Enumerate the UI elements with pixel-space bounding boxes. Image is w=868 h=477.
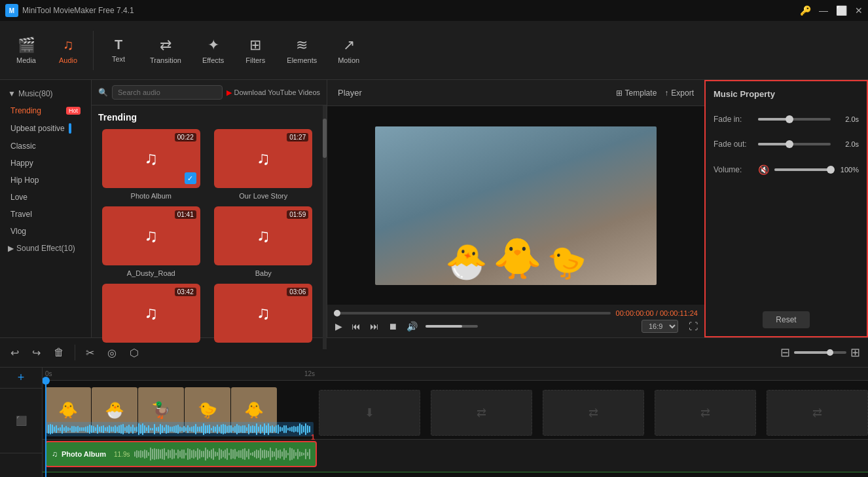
volume-label: Volume: [714,165,753,174]
waveform-bar [168,425,169,433]
volume-button[interactable]: 🔊 [405,320,419,333]
zoom-slider[interactable] [794,351,846,354]
waveform-bar [236,424,238,434]
fade-in-row: Fade in: 2.0s [714,112,859,126]
sidebar-item-happy[interactable]: Happy [0,155,91,172]
volume-prop-slider[interactable] [774,168,831,171]
fade-out-slider[interactable] [758,143,831,145]
fullscreen-button[interactable]: ⛶ [689,321,698,332]
toolbar-item-transition[interactable]: ⇄ Transition [141,33,190,68]
template-button[interactable]: ⊞ Template [616,88,657,98]
next-frame-button[interactable]: ⏭ [369,320,380,333]
toolbar-item-motion[interactable]: ↗ Motion [329,33,369,68]
reset-button[interactable]: Reset [763,311,809,328]
sidebar-item-travel[interactable]: Travel [0,206,91,223]
search-input[interactable] [112,85,223,100]
sidebar-item-vlog[interactable]: Vlog [0,223,91,240]
timeline-music-track: 1 ♫ Photo Album 11.9s const mwContainer … [43,440,868,472]
key-icon[interactable]: 🔑 [800,5,811,16]
toolbar-item-media[interactable]: 🎬 Media [7,33,46,68]
sidebar-item-upbeat[interactable]: Upbeat positive [0,119,91,138]
music-section-header[interactable]: ▼ Music(80) [0,85,91,102]
audio-duration-4: 01:59 [287,210,308,219]
fade-in-handle[interactable] [786,115,793,123]
happy-label: Happy [10,159,33,168]
volume-prop-handle[interactable] [827,166,835,174]
hiphop-label: Hip Hop [10,176,39,185]
music-clip[interactable]: ♫ Photo Album 11.9s const mwContainer = … [45,441,317,467]
empty-slot-1[interactable]: ⬇ [319,390,420,436]
waveform-bar [162,425,163,434]
sidebar-item-hiphop[interactable]: Hip Hop [0,172,91,189]
audio-grid: Trending ♫ 00:22 ✓ Photo Album [92,105,323,349]
music-wave-bar [287,453,289,456]
empty-slot-4[interactable]: ⇄ [655,390,756,436]
zoom-handle[interactable] [827,349,833,356]
toolbar-item-filters[interactable]: ⊞ Filters [236,33,275,68]
audio-thumb-2[interactable]: ♫ 01:27 [214,129,312,188]
music-wave-bar [166,452,167,457]
waveform-bar [128,425,130,434]
close-button[interactable]: ✕ [855,5,863,16]
zoom-out-button[interactable]: ⊟ [780,345,790,360]
maximize-button[interactable]: ⬜ [836,5,847,16]
fade-in-slider[interactable] [758,118,831,121]
music-wave-bar [260,448,261,461]
redo-button[interactable]: ↪ [29,344,43,362]
titlebar-controls[interactable]: 🔑 — ⬜ ✕ [800,5,863,16]
empty-slot-2[interactable]: ⇄ [431,390,532,436]
progress-handle[interactable] [334,310,340,316]
upbeat-label: Upbeat positive [10,124,65,133]
audio-thumb-3[interactable]: ♫ 01:41 [102,206,200,265]
waveform-bar [293,426,295,433]
prev-frame-button[interactable]: ⏮ [350,320,362,333]
music-wave-bar [289,448,291,461]
youtube-download[interactable]: ▶ Download YouTube Videos [226,88,321,97]
volume-slider[interactable] [425,325,478,328]
audio-icon: ♫ [63,37,74,54]
progress-bar[interactable] [334,312,611,315]
export-button[interactable]: ↑ Export [664,88,694,98]
minimize-button[interactable]: — [819,5,828,16]
template-label: Template [625,88,657,98]
music-wave-bar [299,451,300,456]
toolbar-item-audio[interactable]: ♫ Audio [48,33,88,68]
music-wave-bar [270,448,271,461]
empty-slot-5[interactable]: ⇄ [767,390,868,436]
waveform-bar [309,426,310,432]
toolbar-item-text[interactable]: T Text [99,33,138,67]
sidebar-item-trending[interactable]: Trending Hot [0,102,91,119]
toolbar-item-effects[interactable]: ✦ Effects [193,33,233,68]
sound-effects-section[interactable]: ▶ Sound Effect(10) [0,240,91,257]
stop-button[interactable]: ⏹ [387,320,399,333]
music-wave-bar [205,448,206,461]
timeline-music-track-btn[interactable]: ♫ [0,453,42,478]
delete-button[interactable]: 🗑 [51,344,67,361]
audio-thumb-1[interactable]: ♫ 00:22 ✓ [102,129,200,188]
timeline-add-button[interactable]: + [0,368,42,389]
timeline-playhead[interactable] [45,381,46,477]
audio-duration-2: 01:27 [287,133,308,142]
waveform-bar [183,426,185,432]
sidebar-item-classic[interactable]: Classic [0,138,91,155]
music-wave-bar [234,449,236,459]
zoom-in-button[interactable]: ⊞ [850,345,860,360]
audio-thumb-6[interactable]: ♫ 03:06 [214,284,312,343]
waveform-bar [185,427,187,430]
empty-slot-3[interactable]: ⇄ [543,390,644,436]
play-button[interactable]: ▶ [334,320,344,333]
toolbar-item-elements[interactable]: ≋ Elements [278,33,326,68]
sidebar-item-love[interactable]: Love [0,189,91,206]
timeline-video-track: 🐥 🐣 🦆 🐤 🐥 // Generate waveform bars inli… [43,381,868,440]
waveform-bar [209,425,210,434]
scrollbar[interactable] [323,105,327,349]
music-wave-bar [201,451,202,457]
scroll-thumb[interactable] [323,119,327,158]
aspect-ratio-select[interactable]: 16:9 9:16 1:1 [642,320,678,333]
timeline-video-track-btn[interactable]: ⬛ [0,389,42,453]
audio-thumb-4[interactable]: ♫ 01:59 [214,206,312,265]
fade-out-handle[interactable] [786,140,793,148]
waveform-bar [287,428,289,431]
undo-button[interactable]: ↩ [8,344,22,362]
audio-thumb-5[interactable]: ♫ 03:42 [102,284,200,343]
